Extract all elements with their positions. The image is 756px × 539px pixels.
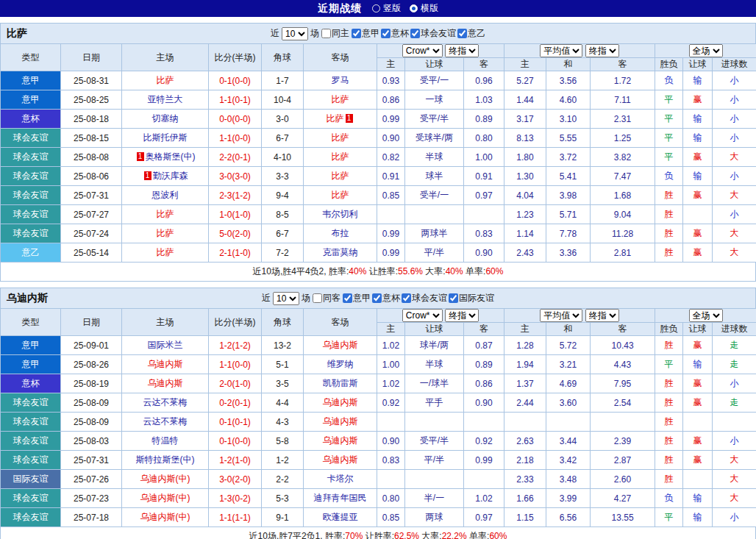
result-goals: 小 (713, 167, 756, 186)
home-team-cell: 比萨 (122, 224, 209, 243)
league-checkbox[interactable] (402, 293, 411, 303)
match-type: 球会友谊 (1, 489, 61, 508)
match-count-select[interactable]: 10 (282, 27, 308, 40)
league-checkbox[interactable] (343, 293, 352, 303)
avg-type-select[interactable]: 平均值 (540, 309, 582, 322)
team-name-link[interactable]: 亚特兰大 (148, 94, 183, 104)
league-filter[interactable]: 国际友谊 (449, 292, 494, 304)
team-name-link[interactable]: 比萨 (332, 190, 349, 200)
odds-home: 0.85 (377, 508, 405, 527)
avg-away: 7.11 (591, 90, 655, 110)
result-scope-select[interactable]: 全场 (689, 309, 723, 322)
team-name-link[interactable]: 欧蓬提亚 (323, 512, 358, 522)
team-name-link[interactable]: 卡塔尔 (327, 474, 354, 484)
team-name-link[interactable]: 云达不莱梅 (143, 397, 188, 407)
odds-time-select[interactable]: 终指 (445, 44, 479, 57)
league-checkbox[interactable] (372, 293, 382, 303)
odds-group-header: Crow* 终指 (377, 309, 504, 323)
summary-segment: 大率: (419, 531, 442, 539)
league-checkbox[interactable] (381, 29, 391, 38)
team-name-link[interactable]: 乌迪内斯 (148, 359, 183, 369)
summary-segment: 70% (345, 531, 363, 539)
league-filter[interactable]: 意乙 (457, 27, 485, 40)
league-checkbox[interactable] (352, 29, 361, 38)
layout-horizontal-radio[interactable]: 横版 (410, 2, 438, 15)
team-name-link[interactable]: 比萨 (332, 151, 349, 162)
home-team-cell: 云达不莱梅 (122, 413, 209, 432)
same-venue-checkbox[interactable] (313, 293, 322, 303)
match-type: 国际友谊 (1, 470, 61, 489)
league-checkbox[interactable] (410, 29, 420, 38)
team-name-link[interactable]: 韦尔切利 (323, 209, 358, 219)
team-name-link[interactable]: 罗马 (332, 75, 349, 85)
team-name-link[interactable]: 国际米兰 (148, 340, 183, 350)
team-name-link[interactable]: 比萨 (157, 247, 174, 257)
result-winlose: 负 (655, 71, 683, 90)
handicap-line: 受平/一 (405, 71, 464, 90)
team-name-link[interactable]: 切塞纳 (152, 113, 179, 124)
league-checkbox[interactable] (449, 293, 458, 303)
result-winlose: 胜 (655, 470, 683, 489)
corner-score: 4-4 (262, 393, 304, 413)
team-name-link[interactable]: 云达不莱梅 (143, 416, 188, 426)
avg-time-select[interactable]: 终指 (585, 44, 619, 57)
avg-type-select[interactable]: 平均值 (540, 44, 582, 57)
team-name-link[interactable]: 比萨 (332, 132, 349, 143)
team-name-link[interactable]: 乌迪内斯 (323, 416, 358, 426)
odds-away: 0.89 (464, 355, 504, 374)
avg-home: 3.17 (504, 110, 546, 129)
team-name-link[interactable]: 比萨 (332, 94, 349, 104)
team-name-link[interactable]: 乌迪内斯 (323, 340, 358, 350)
team-name-link[interactable]: 奥格斯堡(中) (146, 151, 196, 162)
same-venue-filter[interactable]: 同主 (321, 27, 349, 40)
team-name-link[interactable]: 乌迪内斯 (148, 378, 183, 388)
league-filter[interactable]: 意杯 (381, 27, 409, 40)
avg-time-select[interactable]: 终指 (585, 309, 619, 322)
odds-home (377, 413, 405, 432)
avg-draw: 5.71 (546, 205, 591, 224)
odds-time-select[interactable]: 终指 (445, 309, 479, 322)
team-name-link[interactable]: 克雷莫纳 (323, 247, 358, 257)
team-name-link[interactable]: 恩波利 (152, 190, 179, 200)
team-name-link[interactable]: 乌迪内斯(中) (140, 474, 190, 484)
same-venue-label: 同主 (332, 27, 349, 40)
team-name-link[interactable]: 比萨 (157, 209, 174, 219)
team-name-link[interactable]: 比斯托伊斯 (143, 132, 188, 143)
team-name-link[interactable]: 斯特拉斯堡(中) (136, 454, 195, 465)
summary-segment: 60% (489, 531, 507, 539)
match-date: 25-07-24 (61, 224, 122, 243)
league-filter[interactable]: 意甲 (352, 27, 379, 40)
team-name-link[interactable]: 比萨 (332, 171, 349, 181)
same-venue-checkbox[interactable] (321, 29, 331, 38)
team-name-link[interactable]: 布拉 (332, 228, 349, 238)
odds-company-select[interactable]: Crow* (402, 44, 443, 57)
result-handicap: 输 (683, 129, 713, 148)
team-name-link[interactable]: 乌迪内斯(中) (140, 493, 190, 503)
team-name-link[interactable]: 乌迪内斯 (323, 435, 358, 446)
team-name-link[interactable]: 比萨 (157, 75, 174, 85)
team-name-link[interactable]: 勤沃库森 (153, 171, 188, 181)
team-name-link[interactable]: 乌迪内斯 (323, 397, 358, 407)
league-filter[interactable]: 球会友谊 (402, 292, 447, 304)
team-name-link[interactable]: 凯勒雷斯 (323, 378, 358, 388)
league-filter[interactable]: 意甲 (343, 292, 371, 304)
league-filter[interactable]: 意杯 (372, 292, 400, 304)
league-filter[interactable]: 球会友谊 (410, 27, 456, 40)
avg-away: 2.87 (591, 451, 655, 470)
odds-home: 0.83 (377, 451, 405, 470)
match-count-select[interactable]: 10 (273, 292, 299, 305)
league-checkbox[interactable] (457, 29, 467, 38)
team-name-link[interactable]: 比萨 (327, 113, 344, 124)
result-scope-select[interactable]: 全场 (689, 44, 723, 57)
team-name-link[interactable]: 迪拜青年国民 (314, 493, 367, 503)
odds-company-select[interactable]: Crow* (402, 309, 443, 322)
same-venue-filter[interactable]: 同客 (313, 292, 340, 304)
handicap-line: 一球 (405, 90, 464, 110)
team-name-link[interactable]: 乌迪内斯(中) (140, 512, 190, 522)
team-name-link[interactable]: 特温特 (152, 435, 179, 446)
layout-vertical-radio[interactable]: 竖版 (372, 2, 401, 15)
team-name-link[interactable]: 比萨 (157, 228, 174, 238)
away-team-cell: 乌迪内斯 (304, 336, 377, 355)
team-name-link[interactable]: 乌迪内斯 (323, 454, 358, 465)
team-name-link[interactable]: 维罗纳 (327, 359, 354, 369)
